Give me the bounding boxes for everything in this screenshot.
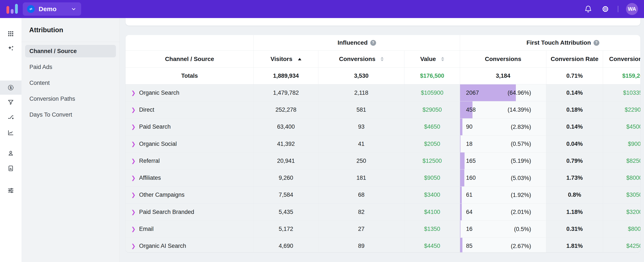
expand-chevron-icon[interactable]: ❯ (131, 90, 136, 96)
value-cell: $4650 (404, 118, 460, 135)
table-group-header-row: Influenced ? First Touch Attribution ? (126, 35, 640, 51)
visitors-cell: 9,260 (254, 170, 318, 186)
attribution-coin-icon[interactable]: $ (0, 80, 22, 95)
table-row-paid-search-branded[interactable]: ❯Paid Search Branded5,43582$410064(2.01%… (126, 204, 640, 220)
expand-chevron-icon[interactable]: ❯ (131, 192, 136, 198)
funnel-icon[interactable] (0, 95, 22, 109)
settings-sliders-icon[interactable] (0, 184, 22, 197)
table-row-paid-search[interactable]: ❯Paid Search63,40093$465090(2.83%)0.14%$… (126, 118, 640, 136)
sidebar-item-content[interactable]: Content (25, 77, 116, 89)
journeys-path-icon[interactable] (0, 110, 22, 124)
expand-chevron-icon[interactable]: ❯ (131, 243, 136, 249)
channel-name: Paid Search Branded (139, 209, 194, 216)
column-header-conversions[interactable]: Conversions (318, 51, 404, 68)
ft-conversion-value-cell: $22900 (603, 101, 640, 118)
channel-name: Organic AI Search (139, 243, 186, 249)
ft-conversion-rate-cell: 1.81% (546, 238, 603, 252)
column-header-conversion-value[interactable]: Conversion Value (603, 51, 640, 68)
visitors-cell: 5,172 (254, 220, 318, 237)
sidebar-item-channel-source[interactable]: Channel / Source (25, 45, 116, 57)
table-row-other-campaigns[interactable]: ❯Other Campaigns7,58468$340061(1.92%)0.8… (126, 186, 640, 204)
ft-conversions-cell: 61(1.92%) (460, 186, 546, 203)
visitors-cell: 7,584 (254, 186, 318, 203)
expand-chevron-icon[interactable]: ❯ (131, 210, 136, 215)
ft-conversion-rate-cell: 0.14% (546, 118, 603, 135)
conversions-cell: 89 (318, 238, 404, 252)
ai-sparkles-icon[interactable] (0, 42, 22, 56)
table-row-organic-search[interactable]: ❯Organic Search1,479,7822,118$1059002067… (126, 84, 640, 101)
column-label: Visitors (270, 56, 292, 62)
sort-icon (380, 57, 384, 61)
settings-gear-icon[interactable] (601, 4, 610, 14)
channel-cell: ❯Affiliates (126, 170, 254, 186)
channel-cell: ❯Referral (126, 152, 254, 169)
ft-conversion-value-cell: $900 (603, 136, 640, 152)
help-icon[interactable]: ? (370, 40, 376, 46)
expand-chevron-icon[interactable]: ❯ (131, 141, 136, 147)
workspace-selector[interactable]: Demo (23, 2, 81, 16)
expand-chevron-icon[interactable]: ❯ (131, 124, 136, 130)
notifications-bell-icon[interactable] (584, 4, 593, 14)
value-cell: $1350 (404, 220, 460, 237)
reports-doc-icon[interactable] (0, 162, 22, 175)
table-row-referral[interactable]: ❯Referral20,941250$12500165(5.19%)0.79%$… (126, 152, 640, 170)
expand-chevron-icon[interactable]: ❯ (131, 175, 136, 180)
totals-ft-conversion-value: $159,200 (603, 68, 640, 84)
visitors-cell: 41,392 (254, 136, 318, 152)
expand-chevron-icon[interactable]: ❯ (131, 107, 136, 112)
table-row-affiliates[interactable]: ❯Affiliates9,260181$9050160(5.03%)1.73%$… (126, 170, 640, 186)
value-cell: $3400 (404, 186, 460, 203)
ft-conversions-count: 458 (466, 106, 476, 113)
totals-visitors: 1,889,934 (254, 68, 318, 84)
totals-ft-conversions: 3,184 (460, 68, 546, 84)
ft-conversions-count: 90 (466, 124, 472, 130)
table-row-organic-ai-search[interactable]: ❯Organic AI Search4,69089$445085(2.67%)1… (126, 238, 640, 252)
workspace-name: Demo (39, 5, 56, 13)
ft-conversions-percent: (1.92%) (511, 192, 531, 198)
sidebar-item-conversion-paths[interactable]: Conversion Paths (25, 92, 116, 105)
user-avatar[interactable]: WA (626, 3, 638, 15)
ft-share-bar (460, 204, 462, 220)
visitors-cell: 252,278 (254, 101, 318, 118)
channel-name: Referral (139, 158, 160, 164)
channel-name: Other Campaigns (139, 192, 184, 198)
ft-share-bar (460, 186, 462, 203)
ft-conversion-value-cell: $8000 (603, 170, 640, 186)
ft-conversions-cell: 16(0.5%) (460, 220, 546, 237)
ft-conversions-cell: 90(2.83%) (460, 118, 546, 135)
sidebar-item-days-to-convert[interactable]: Days To Convert (25, 108, 116, 121)
group-header-first-touch: First Touch Attribution ? (460, 35, 640, 50)
column-header-channel-source[interactable]: Channel / Source (126, 51, 254, 68)
channel-cell: ❯Paid Search Branded (126, 204, 254, 220)
help-icon[interactable]: ? (594, 40, 599, 46)
group-header-influenced: Influenced ? (254, 35, 460, 50)
ft-conversions-percent: (2.01%) (511, 209, 531, 216)
conversions-cell: 181 (318, 170, 404, 186)
column-header-value[interactable]: Value (404, 51, 460, 68)
column-header-conversion-rate[interactable]: Conversion Rate (546, 51, 603, 68)
ft-conversion-value-cell: $3200 (603, 204, 640, 220)
table-row-direct[interactable]: ❯Direct252,278581$29050458(14.39%)0.18%$… (126, 101, 640, 118)
expand-chevron-icon[interactable]: ❯ (131, 226, 136, 232)
visitors-cell: 1,479,782 (254, 84, 318, 101)
conversions-cell: 41 (318, 136, 404, 152)
contacts-person-icon[interactable] (0, 146, 22, 160)
ft-conversion-rate-cell: 0.14% (546, 84, 603, 101)
apps-grid-icon[interactable] (0, 27, 22, 40)
conversions-cell: 27 (318, 220, 404, 237)
ft-conversions-count: 18 (466, 141, 472, 147)
ft-conversions-count: 61 (466, 192, 472, 198)
table-row-email[interactable]: ❯Email5,17227$135016(0.5%)0.31%$800 (126, 220, 640, 238)
sidebar-item-paid-ads[interactable]: Paid Ads (25, 61, 116, 73)
ft-conversions-count: 165 (466, 158, 476, 164)
ft-conversions-count: 2067 (466, 90, 479, 96)
channel-cell: ❯Direct (126, 101, 254, 118)
ft-conversion-value-cell: $8250 (603, 152, 640, 169)
expand-chevron-icon[interactable]: ❯ (131, 158, 136, 164)
ft-conversion-rate-cell: 0.8% (546, 186, 603, 203)
column-header-visitors[interactable]: Visitors (254, 51, 318, 68)
trends-chart-icon[interactable] (0, 126, 22, 140)
table-row-organic-social[interactable]: ❯Organic Social41,39241$205018(0.57%)0.0… (126, 136, 640, 152)
column-header-conversions[interactable]: Conversions (460, 51, 546, 68)
table-totals-row: Totals1,889,9343,530$176,5003,1840.71%$1… (126, 68, 640, 84)
